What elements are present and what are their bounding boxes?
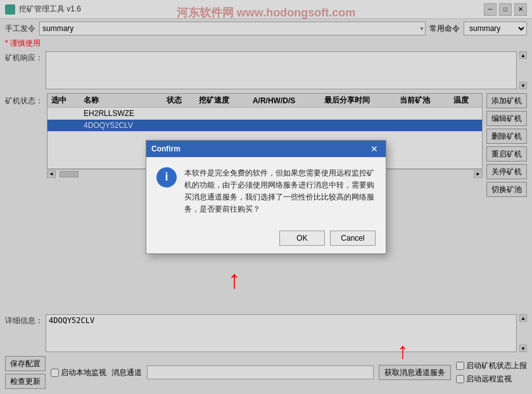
modal-body-text: 本软件是完全免费的软件，但如果您需要使用远程监控矿机的功能，由于必须使用网络服务… [184,167,376,216]
red-arrow-up-modal: ↑ [228,267,241,292]
modal-title-bar: Confirm ✕ [146,141,386,157]
confirm-modal: Confirm ✕ i 本软件是完全免费的软件，但如果您需要使用远程监控矿机的功… [146,140,386,255]
modal-ok-button[interactable]: OK [279,231,325,246]
modal-overlay: Confirm ✕ i 本软件是完全免费的软件，但如果您需要使用远程监控矿机的功… [0,0,532,394]
modal-body: i 本软件是完全免费的软件，但如果您需要使用远程监控矿机的功能，由于必须使用网络… [146,157,386,226]
modal-icon-text: i [165,170,168,184]
modal-footer: OK Cancel [146,226,386,253]
modal-info-icon: i [156,167,177,187]
modal-title: Confirm [151,144,180,153]
modal-close-button[interactable]: ✕ [368,143,381,155]
modal-cancel-button[interactable]: Cancel [330,231,376,246]
